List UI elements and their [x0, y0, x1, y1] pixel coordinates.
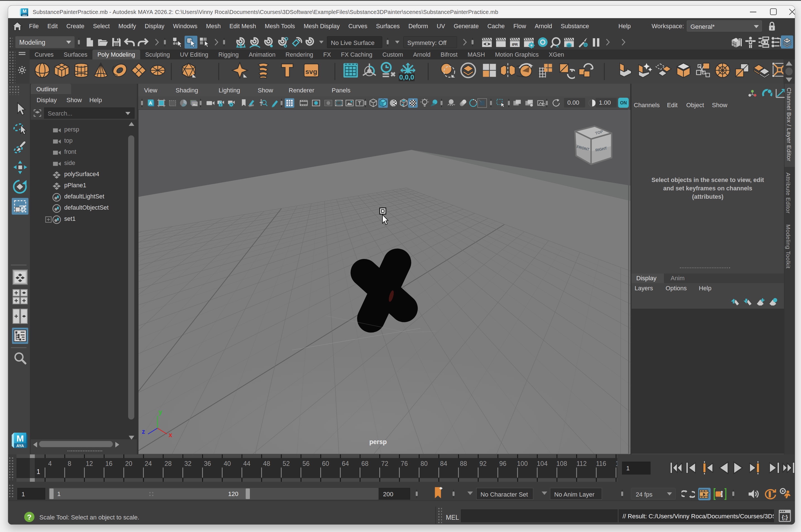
svg-text:z: z [142, 428, 145, 435]
svg-text:64: 64 [342, 460, 349, 467]
svg-text:4: 4 [48, 460, 52, 467]
svg-text:60: 60 [322, 460, 329, 467]
svg-text:AYA: AYA [17, 443, 24, 448]
svg-text:24: 24 [145, 460, 152, 467]
svg-text:A: A [149, 100, 152, 106]
svg-text:16: 16 [105, 460, 113, 467]
svg-text:IPR: IPR [512, 43, 518, 46]
svg-text:116: 116 [596, 460, 607, 467]
svg-text:x: x [556, 43, 559, 49]
svg-text:1: 1 [37, 468, 40, 475]
svg-text:56: 56 [302, 460, 310, 467]
svg-text:AAA: AAA [22, 14, 27, 17]
svg-text:108: 108 [556, 460, 567, 467]
svg-text:40: 40 [224, 460, 231, 467]
svg-text:84: 84 [440, 460, 447, 467]
svg-text:76: 76 [400, 460, 408, 467]
svg-text:M: M [23, 9, 26, 14]
svg-text:svg: svg [305, 68, 317, 75]
svg-text:48: 48 [263, 460, 270, 467]
svg-text:96: 96 [499, 460, 506, 467]
svg-text:20: 20 [125, 460, 132, 467]
svg-text:52: 52 [282, 460, 290, 467]
svg-text:88: 88 [460, 460, 467, 467]
svg-text:8: 8 [68, 460, 72, 467]
svg-text:persp: persp [369, 438, 387, 445]
svg-text:M: M [17, 434, 24, 443]
svg-text:92: 92 [479, 460, 487, 467]
svg-text:112: 112 [577, 460, 587, 467]
svg-text:y: y [159, 408, 162, 416]
svg-text:28: 28 [165, 460, 172, 467]
svg-text:{;}: {;} [782, 514, 788, 520]
svg-text:68: 68 [361, 460, 369, 467]
svg-text:80: 80 [421, 460, 428, 467]
svg-text:12: 12 [86, 460, 93, 467]
svg-text:x: x [169, 431, 172, 438]
svg-text:32: 32 [184, 460, 191, 467]
svg-text:?: ? [27, 513, 32, 521]
svg-text:ON: ON [620, 100, 627, 105]
svg-text:120: 120 [616, 460, 617, 467]
svg-text:104: 104 [537, 460, 548, 467]
svg-text:36: 36 [204, 460, 211, 467]
svg-text:44: 44 [243, 460, 250, 467]
svg-text:100: 100 [517, 460, 528, 467]
svg-text:72: 72 [381, 460, 388, 467]
